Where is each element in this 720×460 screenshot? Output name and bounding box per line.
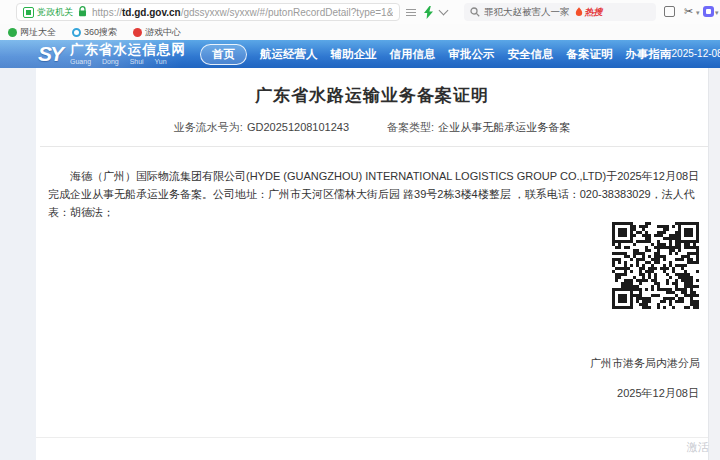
browser-window: 党政机关 https://td.gd.gov.cn/gdssyxxw/syxxw… (0, 0, 720, 460)
certificate-panel: 广东省水路运输业务备案证明 业务流水号为:GD20251208101243 备案… (36, 68, 708, 460)
game-center-icon (133, 28, 142, 37)
nav-service-guide[interactable]: 办事指南 (626, 47, 672, 62)
extension-icon[interactable] (703, 6, 714, 17)
nav-safety-info[interactable]: 安全信息 (508, 47, 554, 62)
collect-page-icon[interactable] (664, 6, 675, 17)
hot-search-text: 罪犯大赵被害人一家 (484, 6, 570, 19)
scrollbar[interactable] (708, 68, 720, 460)
site-pinyin: Guang Dong Shui Yun (70, 58, 186, 65)
site-logo: SY (38, 42, 62, 66)
chevron-down-icon[interactable] (439, 6, 449, 16)
scissors-caret-icon[interactable]: ▾ (696, 9, 700, 17)
nav-credit-info[interactable]: 信用信息 (390, 47, 436, 62)
bookmark-game-center[interactable]: 游戏中心 (133, 26, 181, 39)
serial-label: 业务流水号为: (174, 121, 243, 133)
url-path: /gdssyxxw/syxxw/#/putonRecordDetail?type… (181, 7, 393, 18)
site-name: 广东省水运信息网 (70, 43, 186, 57)
site-title-block: 广东省水运信息网 Guang Dong Shui Yun (70, 43, 186, 66)
bookmark-label: 游戏中心 (145, 26, 181, 39)
certificate-meta: 业务流水号为:GD20251208101243 备案类型:企业从事无船承运业务备… (36, 120, 708, 135)
reading-list-icon[interactable] (406, 9, 416, 16)
lock-icon (78, 3, 87, 21)
url-host: td.gd.gov.cn (122, 7, 181, 18)
bookmarks-bar: 网址大全 360搜索 游戏中心 (0, 24, 720, 40)
browser-toolbar: 党政机关 https://td.gd.gov.cn/gdssyxxw/syxxw… (0, 0, 720, 24)
bookmark-nav-collection[interactable]: 网址大全 (8, 26, 56, 39)
360-search-icon (72, 28, 81, 37)
search-icon (470, 7, 480, 17)
screenshot-scissors-icon[interactable]: ✂ (684, 5, 693, 18)
url-prefix: https:// (92, 7, 122, 18)
page-title: 广东省水路运输业务备案证明 (36, 84, 708, 107)
issuing-authority: 广州市港务局内港分局 (590, 356, 700, 371)
gov-site-badge-icon (23, 7, 34, 18)
bookmark-label: 网址大全 (20, 26, 56, 39)
page-content: 广东省水路运输业务备案证明 业务流水号为:GD20251208101243 备案… (0, 68, 720, 460)
type-field: 备案类型:企业从事无船承运业务备案 (387, 120, 570, 135)
type-value: 企业从事无船承运业务备案 (438, 121, 570, 133)
qr-code (612, 222, 699, 309)
speed-mode-icon[interactable] (424, 5, 433, 23)
certificate-body-text: 海德（广州）国际物流集团有限公司(HYDE (GUANGZHOU) INTERN… (48, 168, 700, 221)
header-date: 2025-12-08 星期一 (672, 47, 720, 61)
serial-value: GD20251208101243 (247, 121, 349, 133)
quick-search-box[interactable]: 罪犯大赵被害人一家 热搜 (464, 3, 656, 21)
address-bar[interactable]: 党政机关 https://td.gd.gov.cn/gdssyxxw/syxxw… (16, 3, 400, 21)
nav-shipping-operators[interactable]: 航运经营人 (260, 47, 318, 62)
issue-date: 2025年12月08日 (617, 386, 699, 401)
flame-icon (575, 7, 583, 17)
site-header: SY 广东省水运信息网 Guang Dong Shui Yun 首页 航运经营人… (0, 40, 720, 68)
divider (36, 437, 708, 438)
nav-filing-certificate[interactable]: 备案证明 (567, 47, 613, 62)
type-label: 备案类型: (387, 121, 434, 133)
url-text[interactable]: https://td.gd.gov.cn/gdssyxxw/syxxw/#/pu… (92, 7, 393, 18)
hot-search-badge: 热搜 (575, 6, 603, 19)
hot-label: 热搜 (585, 6, 603, 19)
serial-field: 业务流水号为:GD20251208101243 (174, 120, 349, 135)
main-nav: 首页 航运经营人 辅助企业 信用信息 审批公示 安全信息 备案证明 办事指南 (200, 44, 672, 65)
nav-home[interactable]: 首页 (200, 44, 247, 65)
gov-site-badge-label: 党政机关 (37, 6, 73, 19)
extension-caret-icon[interactable]: ▾ (715, 9, 719, 17)
nav-auxiliary-enterprise[interactable]: 辅助企业 (331, 47, 377, 62)
bookmark-360-search[interactable]: 360搜索 (72, 26, 117, 39)
nav-approval-publicity[interactable]: 审批公示 (449, 47, 495, 62)
bookmark-label: 360搜索 (84, 26, 117, 39)
activation-watermark: 激活 (687, 440, 709, 455)
nav-collection-icon (8, 28, 17, 37)
divider (40, 146, 708, 147)
